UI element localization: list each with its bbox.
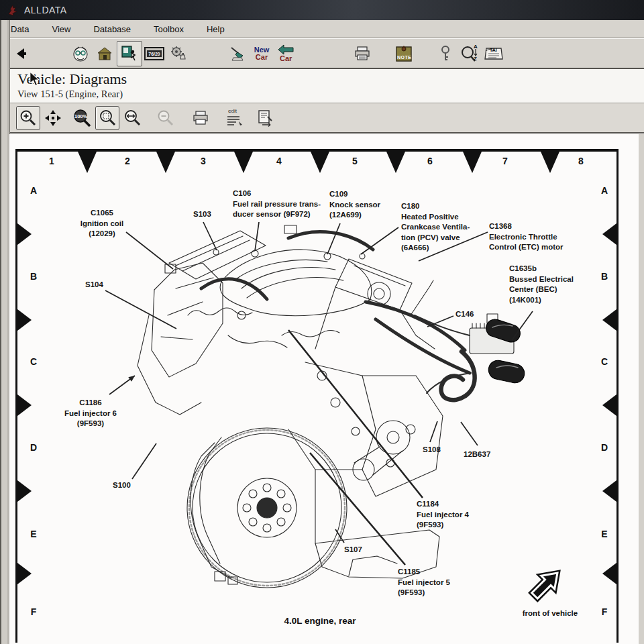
- report-page-icon: [256, 109, 274, 127]
- heading-block: Vehicle: Diagrams View 151-5 (Engine, Re…: [9, 69, 644, 103]
- zoom-width-icon: [123, 109, 142, 127]
- viewer-toolbar: 100%: [9, 103, 644, 133]
- zoom-out-button[interactable]: [154, 107, 177, 129]
- window-frame-left: [0, 20, 10, 644]
- zoom-region-button[interactable]: [95, 106, 119, 130]
- report-button[interactable]: [254, 107, 276, 129]
- printer-small-icon: [192, 109, 209, 127]
- window-frame-right: [638, 134, 644, 644]
- zoom-in-button[interactable]: [16, 106, 40, 130]
- data-screen-button[interactable]: [117, 41, 142, 66]
- vehicle-wizard-button[interactable]: [68, 42, 93, 66]
- notes-button[interactable]: NOTE: [392, 42, 416, 66]
- key-icon: [438, 45, 453, 62]
- search-button[interactable]: A Z: [458, 42, 482, 66]
- return-arrow-icon: [276, 44, 296, 56]
- printer-icon: [354, 45, 371, 62]
- shop-house-icon: [96, 45, 113, 62]
- note-text: NOTE: [397, 55, 411, 60]
- return-car-button[interactable]: Car: [274, 42, 298, 66]
- diagram-viewport[interactable]: [9, 134, 639, 644]
- key-button[interactable]: [433, 42, 458, 66]
- odometer-button[interactable]: 76/20: [142, 42, 166, 66]
- zoom-out-icon: [156, 109, 175, 127]
- edit-notes-button[interactable]: edit: [223, 107, 246, 129]
- menu-item-data[interactable]: Data: [8, 23, 32, 36]
- pan-icon: [44, 109, 62, 127]
- catalog-button[interactable]: TAI: [482, 42, 506, 66]
- page-title: Vehicle: Diagrams: [17, 70, 644, 88]
- zoom-region-icon: [98, 109, 117, 127]
- menu-bar: DataViewDatabaseToolboxHelp: [0, 20, 644, 38]
- print-diagram-button[interactable]: [189, 107, 212, 129]
- menu-item-view[interactable]: View: [49, 23, 73, 36]
- zoom-width-button[interactable]: [121, 107, 144, 129]
- engine-parts-icon: [169, 44, 188, 63]
- alldata-window: ALLDATA DataViewDatabaseToolboxHelp: [0, 0, 644, 644]
- new-car-icon: New Car: [254, 46, 270, 61]
- data-screen-icon: [120, 44, 139, 63]
- mouse-cursor: [28, 71, 42, 87]
- note-icon: [394, 44, 413, 63]
- back-button[interactable]: [9, 42, 34, 66]
- back-arrow-icon: [14, 46, 29, 61]
- wizard-face-icon: [71, 44, 90, 63]
- search-a-text: A: [474, 44, 478, 50]
- engine-parts-button[interactable]: [166, 42, 191, 66]
- catalog-text: TAI: [490, 48, 497, 52]
- menu-item-database[interactable]: Database: [91, 23, 133, 36]
- shop-button[interactable]: [93, 42, 117, 66]
- brush-icon: [228, 44, 247, 63]
- return-car-text: Car: [280, 55, 292, 62]
- odometer-text: 76/20: [148, 52, 160, 56]
- menu-item-help[interactable]: Help: [204, 23, 227, 36]
- cleanup-button[interactable]: [225, 42, 250, 66]
- new-car-top-text: New: [254, 46, 270, 54]
- pan-button[interactable]: [42, 107, 64, 129]
- main-toolbar: 76/20 New Car: [0, 39, 644, 69]
- edit-text: edit: [228, 108, 237, 114]
- zoom-in-icon: [19, 109, 38, 127]
- menu-item-toolbox[interactable]: Toolbox: [151, 23, 186, 36]
- window-title: ALLDATA: [24, 5, 67, 15]
- page-subtitle: View 151-5 (Engine, Rear): [17, 89, 644, 100]
- new-car-bottom-text: Car: [254, 54, 270, 61]
- new-car-button[interactable]: New Car: [250, 42, 274, 66]
- print-button[interactable]: [350, 42, 374, 66]
- zoom-100-button[interactable]: 100%: [71, 107, 94, 129]
- zoom-100-text: 100%: [74, 113, 87, 119]
- search-z-text: Z: [474, 56, 477, 62]
- title-bar: ALLDATA: [0, 0, 644, 20]
- app-logo-icon: [7, 4, 19, 16]
